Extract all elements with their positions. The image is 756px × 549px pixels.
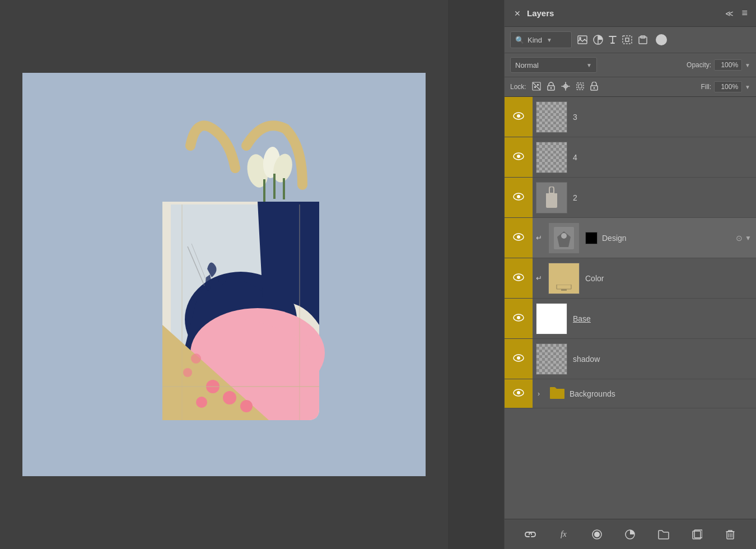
filter-smart-icon[interactable] bbox=[638, 35, 648, 45]
layer-3-name: 3 bbox=[571, 113, 756, 122]
layer-shadow-name: shadow bbox=[571, 355, 756, 364]
lock-image-icon[interactable] bbox=[547, 82, 556, 92]
collapse-button[interactable]: ≪ bbox=[725, 9, 734, 18]
svg-rect-3 bbox=[263, 179, 265, 202]
svg-rect-23 bbox=[626, 38, 629, 41]
layer-design-link-icon: ⊙ bbox=[736, 234, 743, 243]
panel-title: Layers bbox=[527, 8, 554, 18]
layer-shadow-thumb bbox=[536, 343, 567, 375]
eye-icon bbox=[513, 151, 524, 163]
lock-bar: Lock: bbox=[505, 77, 756, 97]
svg-point-38 bbox=[593, 87, 595, 89]
list-item[interactable]: 4 bbox=[505, 137, 756, 178]
canvas-area bbox=[0, 0, 448, 549]
lock-position-icon[interactable] bbox=[561, 82, 570, 92]
panel-title-left: ✕ Layers bbox=[512, 8, 554, 18]
filter-adjustment-icon[interactable] bbox=[593, 35, 603, 45]
lock-transparent-icon[interactable] bbox=[532, 82, 541, 92]
list-item[interactable]: 2 bbox=[505, 178, 756, 218]
layers-panel: ✕ Layers ≪ ≡ 🔍 Kind ▼ bbox=[504, 0, 756, 549]
layer-color-visibility[interactable] bbox=[505, 258, 533, 298]
list-item[interactable]: ↵ Color bbox=[505, 258, 756, 299]
search-icon: 🔍 bbox=[515, 36, 524, 44]
layer-design-mask-thumbs bbox=[585, 232, 598, 244]
opacity-value[interactable]: 100% bbox=[714, 59, 742, 71]
new-group-button[interactable] bbox=[654, 524, 674, 545]
svg-rect-29 bbox=[537, 84, 539, 86]
layer-4-visibility[interactable] bbox=[505, 137, 533, 177]
opacity-label: Opacity: bbox=[687, 61, 711, 69]
delete-layer-button[interactable] bbox=[720, 524, 740, 545]
fill-value[interactable]: 100% bbox=[714, 81, 742, 92]
layer-base-visibility[interactable] bbox=[505, 299, 533, 338]
layer-base-thumb bbox=[536, 303, 567, 334]
svg-point-40 bbox=[517, 114, 520, 118]
layer-color-name: Color bbox=[583, 274, 756, 283]
blend-mode-arrow: ▼ bbox=[586, 62, 592, 68]
new-layer-button[interactable] bbox=[687, 524, 707, 545]
layer-backgrounds-name: Backgrounds bbox=[570, 389, 756, 398]
layer-design-mask-black bbox=[585, 232, 598, 244]
adjustment-button[interactable] bbox=[620, 524, 640, 545]
layer-color-thumb bbox=[548, 263, 580, 294]
list-item[interactable]: ↵ Design ⊙ ▼ bbox=[505, 218, 756, 258]
lock-all-icon[interactable] bbox=[590, 82, 598, 92]
blend-mode-label: Normal bbox=[515, 61, 539, 69]
layer-2-visibility[interactable] bbox=[505, 178, 533, 217]
fx-button[interactable]: fx bbox=[553, 524, 573, 545]
filter-image-icon[interactable] bbox=[577, 35, 587, 44]
close-button[interactable]: ✕ bbox=[512, 8, 522, 18]
eye-icon bbox=[513, 313, 524, 324]
eye-icon bbox=[513, 353, 524, 365]
filter-transform-icon[interactable] bbox=[622, 35, 632, 44]
svg-point-56 bbox=[517, 356, 520, 360]
filter-bar: 🔍 Kind ▼ bbox=[505, 27, 756, 53]
layer-4-thumb bbox=[536, 142, 567, 173]
canvas-image bbox=[22, 73, 426, 476]
svg-point-31 bbox=[550, 87, 552, 89]
layer-3-visibility[interactable] bbox=[505, 97, 533, 137]
layer-design-collapse-arrow: ↵ bbox=[533, 234, 545, 242]
group-expand-arrow[interactable]: › bbox=[533, 390, 545, 398]
svg-rect-35 bbox=[577, 83, 584, 90]
filter-type-icon[interactable] bbox=[609, 35, 617, 44]
eye-icon bbox=[513, 192, 524, 203]
eye-icon bbox=[513, 111, 524, 123]
svg-point-60 bbox=[594, 532, 600, 537]
list-item[interactable]: 3 bbox=[505, 97, 756, 137]
tote-bag-illustration bbox=[84, 112, 364, 437]
svg-rect-51 bbox=[557, 285, 571, 289]
panel-menu-button[interactable]: ≡ bbox=[741, 7, 748, 19]
layer-backgrounds-visibility[interactable] bbox=[505, 379, 533, 408]
layer-shadow-visibility[interactable] bbox=[505, 339, 533, 379]
layer-base-name: Base bbox=[571, 314, 756, 323]
lock-artboard-icon[interactable] bbox=[576, 82, 585, 92]
list-item[interactable]: shadow bbox=[505, 339, 756, 379]
opacity-dropdown-arrow[interactable]: ▼ bbox=[745, 62, 750, 68]
group-folder-icon bbox=[548, 385, 566, 403]
layer-design-visibility[interactable] bbox=[505, 218, 533, 258]
list-item[interactable]: Base bbox=[505, 299, 756, 339]
svg-rect-52 bbox=[561, 289, 567, 291]
fill-dropdown-arrow[interactable]: ▼ bbox=[745, 84, 750, 90]
kind-dropdown[interactable]: 🔍 Kind ▼ bbox=[510, 31, 572, 48]
kind-label: Kind bbox=[528, 36, 542, 44]
svg-point-58 bbox=[517, 391, 520, 394]
svg-point-42 bbox=[517, 155, 520, 158]
svg-point-54 bbox=[517, 316, 520, 319]
layer-design-expand-icon[interactable]: ▼ bbox=[745, 234, 752, 242]
folder-icon bbox=[549, 385, 566, 403]
blend-mode-dropdown[interactable]: Normal ▼ bbox=[510, 57, 597, 73]
mask-button[interactable] bbox=[587, 524, 607, 545]
svg-point-48 bbox=[561, 233, 567, 239]
svg-line-27 bbox=[533, 82, 540, 90]
opacity-section: Opacity: 100% ▼ bbox=[687, 59, 750, 71]
layer-color-arrow: ↵ bbox=[533, 274, 545, 282]
layer-backgrounds-group[interactable]: › Backgrounds bbox=[505, 379, 756, 408]
panel-titlebar: ✕ Layers ≪ ≡ bbox=[505, 0, 756, 27]
layer-2-thumb bbox=[536, 182, 567, 213]
link-layers-button[interactable] bbox=[520, 524, 540, 545]
filter-icons bbox=[577, 34, 667, 45]
lock-icons bbox=[532, 82, 598, 92]
filter-color-dot[interactable] bbox=[656, 34, 667, 45]
